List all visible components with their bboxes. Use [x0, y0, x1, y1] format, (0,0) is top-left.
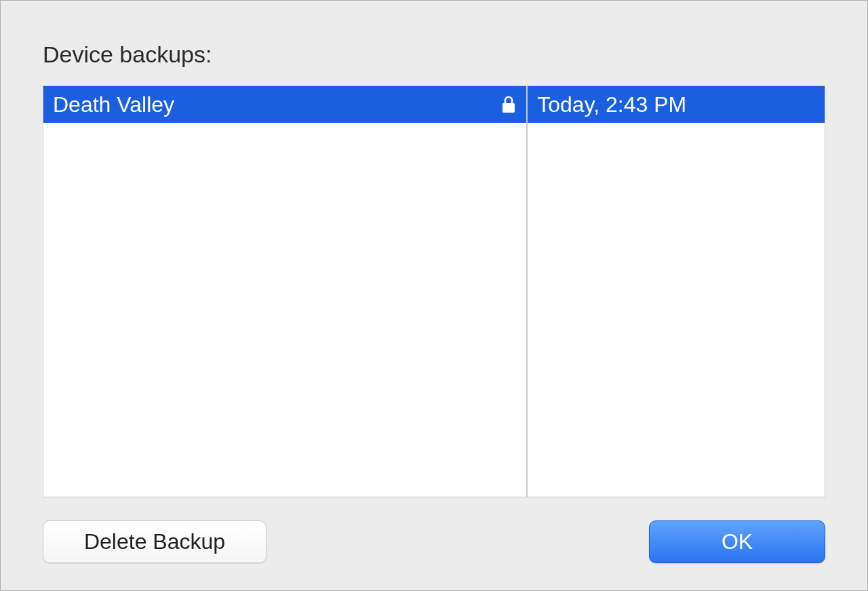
button-row: Delete Backup OK	[43, 520, 825, 563]
backup-date-cell: Today, 2:43 PM	[528, 86, 825, 123]
ok-button[interactable]: OK	[649, 520, 825, 563]
table-empty-area	[43, 123, 825, 497]
backup-date: Today, 2:43 PM	[537, 94, 686, 115]
svg-rect-0	[502, 103, 515, 113]
table-col-name	[43, 123, 528, 497]
lock-icon	[500, 95, 517, 114]
dialog-title: Device backups:	[43, 41, 825, 68]
device-backups-dialog: Device backups: Death Valley Today, 2:43…	[1, 1, 867, 590]
backup-name: Death Valley	[53, 94, 174, 115]
backup-name-cell: Death Valley	[43, 86, 528, 123]
table-col-date	[528, 123, 825, 497]
backups-table: Death Valley Today, 2:43 PM	[43, 85, 825, 497]
backup-row[interactable]: Death Valley Today, 2:43 PM	[43, 86, 825, 123]
delete-backup-button[interactable]: Delete Backup	[43, 520, 267, 563]
